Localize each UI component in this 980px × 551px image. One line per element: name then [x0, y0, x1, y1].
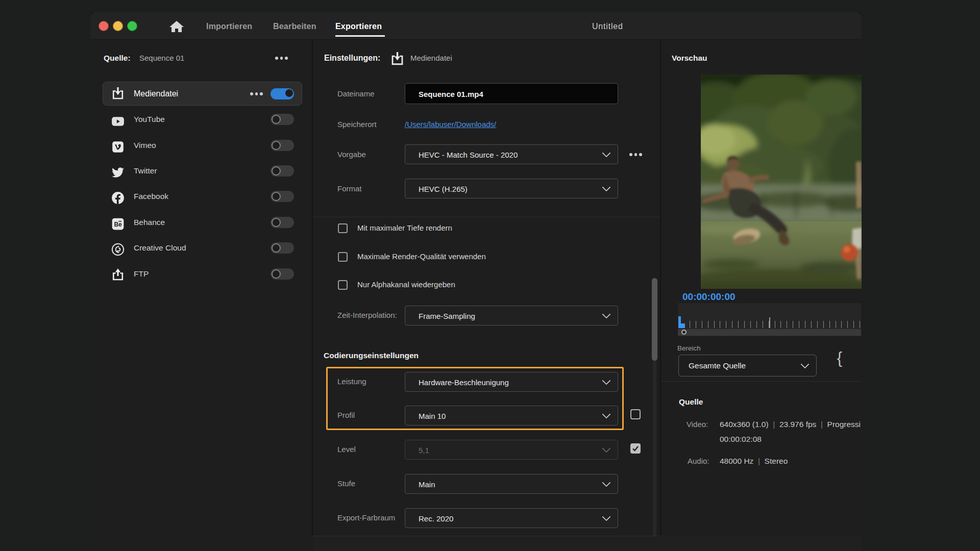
svg-text:Be: Be — [114, 221, 122, 228]
